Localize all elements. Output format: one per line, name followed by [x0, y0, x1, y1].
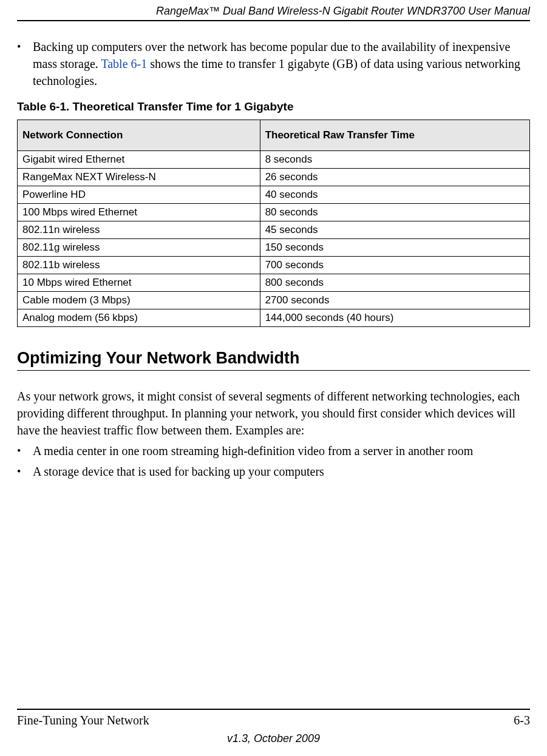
bullet-icon: •: [17, 442, 33, 459]
table-row: Gigabit wired Ethernet8 seconds: [18, 151, 530, 169]
table-cell-connection: Gigabit wired Ethernet: [18, 151, 260, 169]
page-footer: Fine-Tuning Your Network 6-3 v1.3, Octob…: [17, 709, 530, 745]
table-cell-connection: 10 Mbps wired Ethernet: [18, 274, 260, 292]
table-cell-connection: RangeMax NEXT Wireless-N: [18, 169, 260, 186]
bullet-icon: •: [17, 38, 33, 89]
table-header-time: Theoretical Raw Transfer Time: [260, 120, 529, 151]
intro-bullet-item: • Backing up computers over the network …: [17, 38, 530, 89]
table-cell-connection: Analog modem (56 kbps): [18, 309, 260, 327]
table-cell-time: 45 seconds: [260, 221, 529, 239]
table-cell-time: 40 seconds: [260, 186, 529, 204]
table-cell-connection: 802.11n wireless: [18, 221, 260, 239]
section-bullet-item: • A storage device that is used for back…: [17, 463, 530, 480]
intro-bullet-text: Backing up computers over the network ha…: [33, 38, 530, 89]
table-cell-connection: 802.11b wireless: [18, 257, 260, 274]
section-paragraph: As your network grows, it might consist …: [17, 388, 530, 439]
table-header-connection: Network Connection: [18, 120, 260, 151]
table-cell-time: 2700 seconds: [260, 292, 529, 309]
table-cell-time: 150 seconds: [260, 239, 529, 257]
table-reference-link[interactable]: Table 6-1: [101, 57, 147, 70]
table-row: 100 Mbps wired Ethernet80 seconds: [18, 204, 530, 221]
table-row: 802.11g wireless150 seconds: [18, 239, 530, 257]
footer-chapter: Fine-Tuning Your Network: [17, 714, 149, 727]
table-cell-time: 26 seconds: [260, 169, 529, 186]
table-row: 802.11b wireless700 seconds: [18, 257, 530, 274]
table-cell-connection: 802.11g wireless: [18, 239, 260, 257]
table-cell-connection: Cable modem (3 Mbps): [18, 292, 260, 309]
table-cell-time: 8 seconds: [260, 151, 529, 169]
table-cell-time: 144,000 seconds (40 hours): [260, 309, 529, 327]
section-bullet-item: • A media center in one room streaming h…: [17, 442, 530, 459]
section-bullet-text: A media center in one room streaming hig…: [33, 442, 530, 459]
table-row: Powerline HD40 seconds: [18, 186, 530, 204]
table-cell-time: 800 seconds: [260, 274, 529, 292]
bullet-icon: •: [17, 463, 33, 480]
table-caption: Table 6-1. Theoretical Transfer Time for…: [17, 100, 530, 113]
intro-bullet-list: • Backing up computers over the network …: [17, 38, 530, 89]
table-row: 10 Mbps wired Ethernet800 seconds: [18, 274, 530, 292]
footer-page-number: 6-3: [514, 714, 530, 727]
footer-version: v1.3, October 2009: [17, 732, 530, 745]
section-bullet-list: • A media center in one room streaming h…: [17, 442, 530, 480]
table-cell-time: 80 seconds: [260, 204, 529, 221]
section-bullet-text: A storage device that is used for backin…: [33, 463, 530, 480]
table-cell-time: 700 seconds: [260, 257, 529, 274]
section-rule: [17, 370, 530, 371]
page-header-title: RangeMax™ Dual Band Wireless-N Gigabit R…: [17, 0, 530, 20]
table-cell-connection: Powerline HD: [18, 186, 260, 204]
table-row: 802.11n wireless45 seconds: [18, 221, 530, 239]
table-cell-connection: 100 Mbps wired Ethernet: [18, 204, 260, 221]
transfer-time-table: Network Connection Theoretical Raw Trans…: [17, 120, 530, 327]
table-row: Cable modem (3 Mbps)2700 seconds: [18, 292, 530, 309]
section-heading: Optimizing Your Network Bandwidth: [17, 349, 530, 368]
table-header-row: Network Connection Theoretical Raw Trans…: [18, 120, 530, 151]
table-row: Analog modem (56 kbps)144,000 seconds (4…: [18, 309, 530, 327]
table-row: RangeMax NEXT Wireless-N26 seconds: [18, 169, 530, 186]
header-rule: [17, 20, 530, 21]
footer-rule: [17, 709, 530, 710]
